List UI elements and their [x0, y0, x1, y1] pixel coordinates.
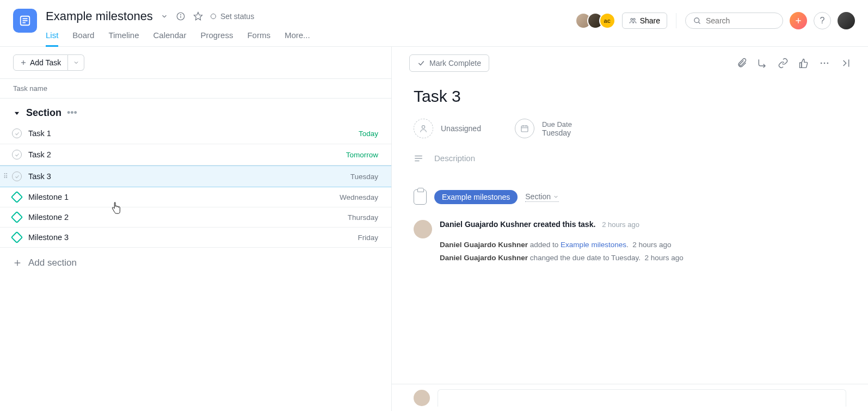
- milestone-icon[interactable]: [11, 191, 23, 204]
- plus-icon: [20, 59, 27, 66]
- activity-project-link[interactable]: Example milestones: [561, 241, 626, 249]
- svg-marker-7: [194, 13, 202, 20]
- me-avatar[interactable]: [838, 12, 855, 29]
- status-label: Set status: [220, 12, 254, 21]
- add-task-button[interactable]: Add Task: [13, 54, 68, 71]
- create-button[interactable]: [790, 12, 807, 29]
- close-panel-icon[interactable]: [840, 58, 851, 69]
- task-row[interactable]: ⠿Task 3Tuesday: [0, 165, 391, 187]
- activity-time: 2 hours ago: [644, 254, 683, 262]
- help-button[interactable]: ?: [814, 12, 831, 29]
- task-date: Tuesday: [350, 173, 378, 181]
- svg-line-11: [698, 22, 700, 23]
- milestone-icon[interactable]: [11, 211, 23, 224]
- due-date-field[interactable]: Due Date Tuesday: [515, 119, 572, 138]
- task-date: Tomorrow: [346, 151, 378, 159]
- milestone-row[interactable]: Milestone 1Wednesday: [0, 187, 391, 207]
- search-input[interactable]: [706, 16, 771, 25]
- tab-progress[interactable]: Progress: [200, 30, 233, 47]
- calendar-icon: [515, 119, 534, 138]
- svg-point-10: [694, 17, 699, 22]
- task-date: Friday: [358, 234, 378, 242]
- tab-forms[interactable]: Forms: [247, 30, 270, 47]
- search-icon: [693, 17, 701, 25]
- subtask-icon[interactable]: [757, 58, 768, 69]
- info-icon[interactable]: [176, 11, 186, 21]
- milestone-row[interactable]: Milestone 2Thursday: [0, 207, 391, 228]
- add-task-label: Add Task: [30, 58, 61, 67]
- complete-checkbox[interactable]: [12, 150, 22, 160]
- section-more-icon[interactable]: •••: [67, 107, 77, 119]
- search-box[interactable]: [685, 13, 783, 29]
- description-field[interactable]: Description: [414, 154, 846, 163]
- mark-complete-button[interactable]: Mark Complete: [409, 54, 489, 72]
- tab-board[interactable]: Board: [72, 30, 94, 47]
- person-icon: [414, 119, 433, 138]
- milestone-row[interactable]: Milestone 3Friday: [0, 228, 391, 248]
- activity-avatar[interactable]: [414, 220, 432, 238]
- mark-complete-label: Mark Complete: [429, 59, 481, 68]
- svg-rect-24: [521, 126, 528, 132]
- task-detail-title[interactable]: Task 3: [414, 87, 846, 106]
- check-icon: [417, 59, 425, 67]
- tab-list[interactable]: List: [46, 30, 58, 47]
- task-name: Milestone 2: [28, 213, 348, 222]
- svg-point-20: [824, 63, 826, 64]
- section-select[interactable]: Section: [525, 192, 559, 202]
- complete-checkbox[interactable]: [12, 171, 22, 181]
- share-button[interactable]: Share: [622, 13, 667, 29]
- set-status-button[interactable]: Set status: [211, 12, 254, 21]
- assignee-field[interactable]: Unassigned: [414, 119, 481, 138]
- description-placeholder: Description: [434, 154, 475, 163]
- add-task-dropdown[interactable]: [68, 54, 84, 71]
- member-avatars[interactable]: ac: [580, 13, 615, 29]
- svg-point-6: [181, 15, 181, 15]
- task-name: Milestone 3: [28, 233, 358, 242]
- share-label: Share: [640, 16, 660, 25]
- task-name: Task 2: [28, 150, 346, 159]
- task-name: Milestone 1: [28, 193, 340, 201]
- task-date: Wednesday: [340, 193, 378, 201]
- project-menu-caret[interactable]: [161, 13, 168, 20]
- drag-handle-icon[interactable]: ⠿: [3, 173, 7, 180]
- more-icon[interactable]: [819, 58, 830, 69]
- plus-icon: [795, 17, 802, 24]
- add-section-label: Add section: [28, 257, 77, 268]
- project-pill[interactable]: Example milestones: [434, 190, 518, 204]
- tab-timeline[interactable]: Timeline: [108, 30, 139, 47]
- due-date-value: Tuesday: [542, 128, 572, 137]
- activity-time: 2 hours ago: [602, 220, 639, 229]
- member-avatar[interactable]: ac: [599, 13, 615, 29]
- chevron-down-icon: [553, 194, 559, 200]
- add-section-button[interactable]: Add section: [0, 248, 391, 278]
- task-name: Task 3: [28, 172, 350, 181]
- project-icon[interactable]: [13, 9, 37, 33]
- link-icon[interactable]: [778, 58, 789, 69]
- tab-calendar[interactable]: Calendar: [153, 30, 187, 47]
- clipboard-icon: [414, 189, 427, 205]
- milestone-icon[interactable]: [11, 231, 23, 244]
- project-title[interactable]: Example milestones: [46, 9, 153, 23]
- section-title[interactable]: Section: [26, 107, 61, 119]
- svg-point-9: [633, 19, 635, 21]
- tab-more[interactable]: More...: [285, 30, 310, 47]
- task-date: Today: [359, 130, 378, 138]
- complete-checkbox[interactable]: [12, 128, 22, 138]
- task-row[interactable]: Task 1Today: [0, 123, 391, 144]
- status-dot-icon: [211, 14, 216, 19]
- section-collapse-icon[interactable]: [13, 109, 21, 117]
- svg-point-19: [821, 63, 822, 64]
- like-icon[interactable]: [798, 58, 809, 69]
- column-header-taskname: Task name: [0, 79, 391, 99]
- plus-icon: [13, 259, 22, 267]
- task-name: Task 1: [28, 129, 359, 138]
- svg-point-23: [422, 126, 424, 128]
- comment-avatar[interactable]: [414, 390, 430, 406]
- star-icon[interactable]: [193, 11, 203, 21]
- task-row[interactable]: Task 2Tomorrow: [0, 144, 391, 165]
- due-date-label: Due Date: [542, 120, 572, 128]
- people-icon: [629, 17, 637, 24]
- comment-input[interactable]: [438, 389, 846, 407]
- task-date: Thursday: [348, 213, 378, 222]
- attachment-icon[interactable]: [736, 58, 747, 69]
